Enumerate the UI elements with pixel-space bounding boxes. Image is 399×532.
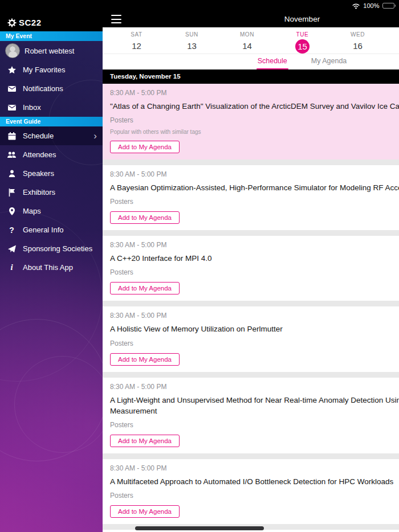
day-of-week: TUE: [275, 31, 330, 38]
day-of-week: WED: [330, 31, 385, 38]
envelope-icon: [7, 103, 17, 112]
calendar-icon: [7, 131, 17, 141]
sidebar-item-inbox[interactable]: Inbox: [0, 98, 103, 117]
session-title: "Atlas of a Changing Earth" Visualizatio…: [110, 101, 399, 112]
sidebar-item-exhibitors[interactable]: Exhibitors: [0, 183, 103, 202]
sidebar-item-label: Maps: [23, 207, 41, 215]
session-category: Posters: [110, 492, 399, 500]
add-to-agenda-button[interactable]: Add to My Agenda: [110, 435, 180, 447]
session-title: A Bayesian Optimization-Assisted, High-P…: [110, 182, 399, 193]
day-section-header: Tuesday, November 15: [103, 69, 399, 84]
sidebar-item-maps[interactable]: Maps: [0, 202, 103, 220]
wifi-icon: [352, 3, 360, 9]
gear-logo-icon: [7, 18, 17, 27]
active-tab-underline: [256, 68, 288, 69]
session-card[interactable]: 8:30 AM - 5:00 PM A Holistic View of Mem…: [103, 306, 399, 371]
home-indicator[interactable]: [135, 526, 264, 530]
session-category: Posters: [110, 421, 399, 429]
session-list: 8:30 AM - 5:00 PM "Atlas of a Changing E…: [103, 84, 399, 532]
tab-label: My Agenda: [311, 57, 347, 65]
tab-schedule[interactable]: Schedule: [256, 54, 288, 69]
app-screen: November SAT 12 SUN 13 MON 14 TUE 15 WED…: [0, 0, 399, 532]
tab-my-agenda[interactable]: My Agenda: [310, 54, 348, 69]
add-to-agenda-button[interactable]: Add to My Agenda: [110, 282, 180, 294]
session-title: A C++20 Interface for MPI 4.0: [110, 253, 399, 264]
sidebar-item-label: General Info: [23, 226, 64, 234]
add-to-agenda-button[interactable]: Add to My Agenda: [110, 141, 180, 153]
section-header-my-event: My Event: [0, 31, 103, 41]
sidebar-item-schedule[interactable]: Schedule ›: [0, 126, 103, 145]
sidebar-item-label: Inbox: [23, 103, 41, 112]
flag-icon: [7, 187, 17, 197]
sidebar-item-my-favorites[interactable]: My Favorites: [0, 60, 103, 79]
tab-label: Schedule: [258, 57, 287, 65]
envelope-icon: [7, 84, 17, 93]
session-time: 8:30 AM - 5:00 PM: [110, 89, 399, 97]
session-time: 8:30 AM - 5:00 PM: [110, 383, 399, 391]
date-cell-wed[interactable]: WED 16: [330, 27, 385, 54]
session-card[interactable]: 8:30 AM - 5:00 PM A Multifaceted Approac…: [103, 459, 399, 524]
day-of-week: SAT: [109, 31, 164, 38]
session-category: Posters: [110, 339, 399, 347]
session-category: Posters: [110, 268, 399, 276]
info-icon: i: [7, 263, 17, 272]
date-cell-sat[interactable]: SAT 12: [109, 27, 164, 54]
sidebar-item-label: Schedule: [23, 132, 54, 140]
person-icon: [7, 169, 17, 178]
date-cell-sun[interactable]: SUN 13: [164, 27, 219, 54]
main-content: November SAT 12 SUN 13 MON 14 TUE 15 WED…: [103, 11, 399, 532]
sidebar-item-speakers[interactable]: Speakers: [0, 164, 103, 183]
session-time: 8:30 AM - 5:00 PM: [110, 464, 399, 472]
sidebar-item-label: Attendees: [23, 150, 56, 159]
sidebar-item-sponsoring-societies[interactable]: Sponsoring Societies: [0, 239, 103, 258]
day-number: 13: [164, 39, 219, 53]
chevron-right-icon: ›: [93, 131, 97, 141]
status-bar: 100%: [0, 0, 399, 11]
session-title: A Multifaceted Approach to Automated I/O…: [110, 476, 399, 487]
battery-icon: [382, 3, 396, 9]
day-of-week: MON: [219, 31, 275, 38]
page-title: November: [103, 11, 399, 27]
session-title: A Light-Weight and Unsupervised Method f…: [110, 395, 399, 416]
session-title: A Holistic View of Memory Utilization on…: [110, 324, 399, 334]
sidebar-item-label: Speakers: [23, 169, 54, 178]
sidebar-item-label: My Favorites: [23, 66, 65, 74]
day-number: 16: [330, 39, 385, 53]
session-time: 8:30 AM - 5:00 PM: [110, 241, 399, 249]
star-icon: [7, 65, 17, 75]
date-cell-mon[interactable]: MON 14: [219, 27, 275, 54]
add-to-agenda-button[interactable]: Add to My Agenda: [110, 353, 180, 366]
main-header: November: [103, 11, 399, 27]
add-to-agenda-button[interactable]: Add to My Agenda: [110, 211, 180, 224]
battery-percent-label: 100%: [363, 2, 379, 9]
date-cell-tue-selected[interactable]: TUE 15: [275, 27, 330, 54]
sidebar-item-label: Exhibitors: [23, 188, 55, 197]
section-header-event-guide: Event Guide: [0, 117, 103, 126]
sidebar-item-general-info[interactable]: ? General Info: [0, 220, 103, 239]
sidebar-item-about-this-app[interactable]: i About This App: [0, 258, 103, 277]
add-to-agenda-button[interactable]: Add to My Agenda: [110, 505, 180, 518]
session-category: Posters: [110, 198, 399, 206]
day-number: 14: [219, 39, 275, 53]
session-time: 8:30 AM - 5:00 PM: [110, 170, 399, 178]
date-strip: SAT 12 SUN 13 MON 14 TUE 15 WED 16: [103, 27, 399, 54]
sidebar-item-attendees[interactable]: Attendees: [0, 145, 103, 164]
session-card[interactable]: 8:30 AM - 5:00 PM "Atlas of a Changing E…: [103, 84, 399, 159]
sidebar-item-profile[interactable]: Robert webtest: [0, 41, 103, 60]
session-category: Posters: [110, 116, 399, 124]
tab-bar: Schedule My Agenda: [103, 54, 399, 69]
day-number: 12: [109, 39, 164, 53]
session-card[interactable]: 8:30 AM - 5:00 PM A Light-Weight and Uns…: [103, 378, 399, 453]
map-pin-icon: [7, 206, 17, 216]
sidebar-item-label: About This App: [23, 263, 73, 272]
paper-plane-icon: [7, 244, 17, 253]
logo-text: SC22: [19, 18, 42, 27]
people-icon: [7, 150, 17, 159]
avatar: [5, 43, 20, 58]
sidebar-item-label: Robert webtest: [25, 47, 74, 55]
session-card[interactable]: 8:30 AM - 5:00 PM A C++20 Interface for …: [103, 236, 399, 301]
day-of-week: SUN: [164, 31, 219, 38]
session-card[interactable]: 8:30 AM - 5:00 PM A Bayesian Optimizatio…: [103, 165, 399, 230]
session-popularity-note: Popular with others with similar tags: [110, 129, 399, 135]
sidebar-item-notifications[interactable]: Notifications: [0, 79, 103, 98]
